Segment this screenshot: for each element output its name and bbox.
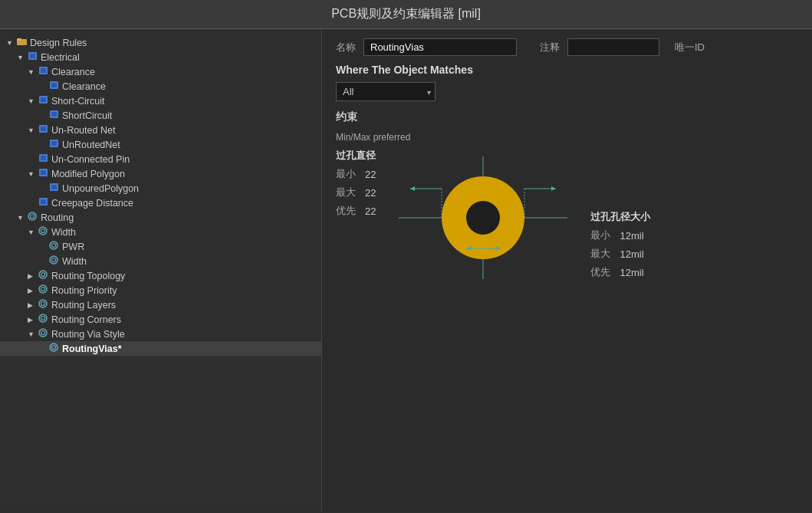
svg-point-47 <box>466 201 500 235</box>
svg-rect-19 <box>41 170 46 175</box>
svg-point-28 <box>50 242 58 249</box>
tree-item-routing-priority[interactable]: ▶Routing Priority <box>0 283 321 298</box>
via-diagram-area: 过孔直径 最小 22 最大 22 优先 22 <box>336 149 798 287</box>
svg-point-39 <box>41 317 45 321</box>
match-dropdown-wrapper[interactable]: All Net Net Class Layer <box>336 82 436 101</box>
comment-label: 注释 <box>540 41 560 54</box>
via-diam-pref-value: 22 <box>365 206 376 217</box>
tree-label-creepage-distance: Creepage Distance <box>51 198 133 209</box>
tree-item-clearance-item[interactable]: Clearance <box>0 79 321 94</box>
name-input[interactable] <box>363 38 517 56</box>
svg-rect-5 <box>41 68 46 73</box>
tree-arrow-clearance-group[interactable]: ▼ <box>28 68 37 76</box>
tree-item-unpoured-polygon-item[interactable]: UnpouredPolygon <box>0 181 321 196</box>
tree-item-routing-layers[interactable]: ▶Routing Layers <box>0 298 321 312</box>
tree-label-un-routed-net-group: Un-Routed Net <box>51 125 115 136</box>
routing-icon <box>38 270 48 281</box>
title-bar: PCB规则及约束编辑器 [mil] <box>0 0 812 29</box>
tree-item-creepage-distance[interactable]: Creepage Distance <box>0 196 321 210</box>
tree-item-width-group[interactable]: ▼Width <box>0 225 321 239</box>
tree-label-pwr-item: PWR <box>62 242 84 252</box>
tree-arrow-routing-layers[interactable]: ▶ <box>28 301 37 309</box>
tree-label-short-circuit-item: ShortCircuit <box>62 110 112 121</box>
tree-label-routing-priority: Routing Priority <box>51 285 117 296</box>
svg-marker-51 <box>551 186 556 191</box>
min-label: 最小 <box>336 167 359 181</box>
hole-max-value: 12mil <box>620 248 643 260</box>
rule-icon <box>38 66 48 77</box>
hole-max-row: 最大 12mil <box>590 247 650 261</box>
hole-min-value: 12mil <box>620 230 643 242</box>
comment-input[interactable] <box>567 38 659 56</box>
tree-arrow-un-routed-net-group[interactable]: ▼ <box>28 127 37 134</box>
via-diam-max-value: 22 <box>365 187 376 199</box>
tree-arrow-routing-topology[interactable]: ▶ <box>28 272 37 280</box>
tree-item-routing-group[interactable]: ▼Routing <box>0 210 321 225</box>
svg-point-26 <box>39 227 47 235</box>
tree-item-routing-corners[interactable]: ▶Routing Corners <box>0 312 321 327</box>
main-layout: ▼Design Rules▼Electrical▼ClearanceCleara… <box>0 29 812 511</box>
routing-icon <box>49 343 59 354</box>
tree-item-electrical[interactable]: ▼Electrical <box>0 50 321 64</box>
max-label: 最大 <box>336 186 359 199</box>
tree-item-routing-vias[interactable]: RoutingVias* <box>0 341 321 356</box>
tree-item-short-circuit-item[interactable]: ShortCircuit <box>0 108 321 123</box>
tree-item-un-routed-net-item[interactable]: UnRoutedNet <box>0 137 321 152</box>
rule-icon <box>49 110 59 121</box>
tree-item-width-item[interactable]: Width <box>0 254 321 268</box>
tree-label-routing-topology: Routing Topology <box>51 271 125 281</box>
tree-item-routing-via-style[interactable]: ▼Routing Via Style <box>0 327 321 341</box>
tree-arrow-routing-corners[interactable]: ▶ <box>28 316 37 324</box>
tree-label-routing-layers: Routing Layers <box>51 300 116 311</box>
hole-pref-label: 优先 <box>590 265 613 279</box>
svg-rect-7 <box>51 83 57 87</box>
tree-label-routing-corners: Routing Corners <box>51 314 121 325</box>
tree-item-un-connected-pin[interactable]: Un-Connected Pin <box>0 152 321 166</box>
name-label: 名称 <box>336 41 356 54</box>
tree-item-un-routed-net-group[interactable]: ▼Un-Routed Net <box>0 123 321 137</box>
tree-label-routing-vias: RoutingVias* <box>62 344 122 354</box>
svg-point-27 <box>41 229 45 233</box>
dropdown-row: All Net Net Class Layer <box>336 82 798 101</box>
tree-item-modified-polygon-group[interactable]: ▼Modified Polygon <box>0 166 321 181</box>
svg-point-35 <box>41 288 45 291</box>
constraint-body: Min/Max preferred 过孔直径 最小 22 最大 22 优先 <box>336 132 798 287</box>
tree-label-modified-polygon-group: Modified Polygon <box>51 169 125 179</box>
tree-item-pwr-item[interactable]: PWR <box>0 239 321 254</box>
svg-point-37 <box>41 302 45 306</box>
min-row: 最小 22 <box>336 167 376 181</box>
tree-label-un-connected-pin: Un-Connected Pin <box>51 154 130 165</box>
svg-point-43 <box>52 346 56 350</box>
tree-arrow-design-rules[interactable]: ▼ <box>6 39 15 47</box>
tree-arrow-electrical[interactable]: ▼ <box>17 54 26 61</box>
rule-icon <box>38 153 48 165</box>
via-diameter-label: 过孔直径 <box>336 149 376 163</box>
routing-icon <box>49 255 59 267</box>
tree-item-routing-topology[interactable]: ▶Routing Topology <box>0 268 321 283</box>
name-row: 名称 注释 唯一ID <box>336 38 798 56</box>
tree-arrow-routing-via-style[interactable]: ▼ <box>28 330 37 338</box>
svg-point-40 <box>39 329 47 337</box>
window-title: PCB规则及约束编辑器 [mil] <box>331 7 481 20</box>
svg-point-30 <box>50 256 58 264</box>
where-heading: Where The Object Matches <box>336 64 798 76</box>
tree-item-design-rules[interactable]: ▼Design Rules <box>0 35 321 50</box>
tree-arrow-routing-priority[interactable]: ▶ <box>28 287 37 294</box>
tree-arrow-width-group[interactable]: ▼ <box>28 229 37 236</box>
constraint-label: 约束 <box>336 110 798 124</box>
tree-item-clearance-group[interactable]: ▼Clearance <box>0 64 321 79</box>
routing-icon <box>38 226 48 238</box>
tree-item-short-circuit-group[interactable]: ▼Short-Circuit <box>0 94 321 108</box>
svg-point-34 <box>39 285 47 293</box>
svg-rect-11 <box>51 112 57 117</box>
routing-icon <box>38 284 48 296</box>
svg-point-38 <box>39 314 47 322</box>
tree-label-width-group: Width <box>51 227 76 238</box>
tree-arrow-modified-polygon-group[interactable]: ▼ <box>28 170 37 178</box>
minmax-label: Min/Max preferred <box>336 132 798 143</box>
rule-icon <box>38 95 48 107</box>
match-dropdown[interactable]: All Net Net Class Layer <box>336 82 436 101</box>
tree-arrow-short-circuit-group[interactable]: ▼ <box>28 97 37 105</box>
tree-arrow-routing-group[interactable]: ▼ <box>17 214 26 222</box>
hole-pref-row: 优先 12mil <box>590 265 650 279</box>
